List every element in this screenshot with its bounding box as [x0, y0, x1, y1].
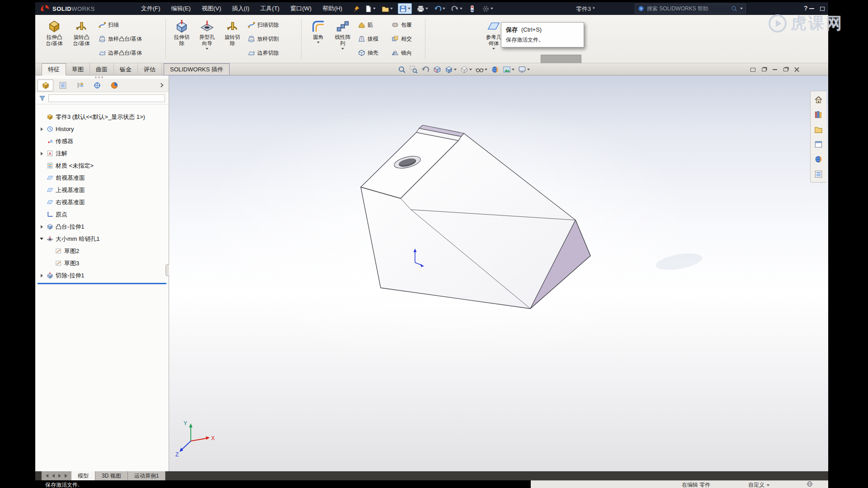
linear-pattern-button[interactable]: 线性阵列 [330, 17, 355, 61]
expand-arrow-icon[interactable] [41, 225, 43, 229]
lofted-cut-button[interactable]: 放样切割 [248, 33, 279, 45]
tab-surfaces[interactable]: 曲面 [90, 63, 114, 75]
search-icon[interactable] [731, 5, 737, 12]
help-button[interactable]: ? [804, 5, 808, 12]
menu-help[interactable]: 帮助(H) [317, 2, 348, 15]
design-library-tab[interactable] [813, 109, 825, 120]
graphics-viewport[interactable]: Y X Z [169, 75, 828, 471]
menu-view[interactable]: 视图(V) [196, 2, 226, 15]
feature-manager-tab[interactable] [38, 80, 53, 91]
expand-arrow-icon[interactable] [41, 274, 43, 277]
reference-geometry-caret-icon[interactable] [492, 48, 495, 50]
display-manager-tab[interactable] [106, 80, 122, 91]
dimxpert-manager-tab[interactable] [89, 80, 105, 91]
home-tab[interactable] [813, 94, 825, 105]
tree-item-sensors[interactable]: 传感器 [35, 135, 169, 147]
view-palette-tab[interactable] [813, 139, 825, 150]
zoom-to-area-button[interactable] [410, 66, 418, 74]
mirror-button[interactable]: 镜向 [392, 47, 412, 59]
rib-button[interactable]: 筋 [358, 19, 373, 31]
expand-arrow-icon[interactable] [41, 152, 43, 155]
boundary-cut-button[interactable]: 边界切除 [248, 47, 279, 59]
rebuild-button[interactable] [467, 3, 477, 14]
draft-button[interactable]: 拔模 [358, 33, 378, 45]
tree-item-material[interactable]: 材质 <未指定> [35, 160, 169, 172]
property-manager-tab[interactable] [55, 80, 71, 91]
tree-item-boss-extrude1[interactable]: 凸台-拉伸1 [35, 221, 169, 233]
configuration-manager-tab[interactable] [72, 80, 88, 91]
edit-appearance-button[interactable] [491, 66, 499, 74]
linear-pattern-caret-icon[interactable] [341, 48, 344, 50]
open-document-button[interactable] [381, 3, 394, 14]
undo-button[interactable] [433, 3, 446, 14]
previous-view-button[interactable] [421, 66, 429, 74]
hole-wizard-caret-icon[interactable] [206, 48, 208, 50]
revolved-boss-button[interactable]: 旋转凸台/基体 [69, 17, 94, 61]
menu-insert[interactable]: 插入(I) [226, 2, 255, 15]
first-tab-arrow-icon[interactable] [46, 474, 48, 478]
apply-scene-button[interactable] [503, 66, 514, 74]
tree-item-front-plane[interactable]: 前视基准面 [35, 172, 169, 184]
save-button[interactable] [398, 3, 412, 14]
file-explorer-tab[interactable] [813, 124, 825, 135]
custom-properties-tab[interactable] [813, 169, 825, 179]
3d-views-tab[interactable]: 3D 视图 [95, 471, 128, 480]
menu-window[interactable]: 窗口(W) [285, 2, 317, 15]
view-settings-button[interactable] [518, 66, 530, 74]
print-button[interactable] [416, 3, 429, 14]
tab-sketch[interactable]: 草图 [66, 63, 90, 75]
new-document-button[interactable] [363, 3, 377, 14]
customize-status-button[interactable]: 自定义 [748, 481, 769, 488]
maximize-window-icon[interactable] [820, 7, 825, 11]
tab-sheet-metal[interactable]: 钣金 [114, 63, 138, 75]
swept-cut-button[interactable]: 扫描切除 [248, 19, 279, 31]
fillet-caret-icon[interactable] [317, 42, 320, 43]
help-search-box[interactable]: 搜索 SOLIDWORKS 帮助 [635, 4, 746, 14]
fillet-button[interactable]: 圆角 [306, 17, 331, 61]
minimize-window-icon[interactable] [809, 8, 814, 9]
tree-item-sketch3[interactable]: 草图3 [35, 257, 169, 269]
display-style-button[interactable] [460, 66, 472, 74]
tab-evaluate[interactable]: 评估 [138, 63, 162, 75]
shell-button[interactable]: 抽壳 [358, 47, 378, 59]
tree-item-origin[interactable]: 原点 [35, 208, 169, 221]
tree-filter-input[interactable] [48, 94, 165, 102]
previous-tab-arrow-icon[interactable] [52, 474, 55, 478]
intersect-button[interactable]: 相交 [392, 33, 412, 45]
menu-file[interactable]: 文件(F) [136, 2, 166, 15]
menu-tools[interactable]: 工具(T) [255, 2, 285, 15]
pin-menu-icon[interactable] [348, 2, 365, 15]
section-view-button[interactable] [433, 66, 441, 74]
doc-restore-icon[interactable] [783, 68, 788, 71]
tree-root-part[interactable]: 零件3 (默认<<默认>_显示状态 1>) [35, 111, 169, 123]
options-button[interactable] [481, 3, 494, 14]
tree-item-hole1[interactable]: 大小mm 暗销孔1 [35, 233, 169, 245]
rollback-bar[interactable] [38, 283, 166, 284]
menu-edit[interactable]: 编辑(E) [166, 2, 196, 15]
wrap-button[interactable]: 包覆 [392, 19, 412, 31]
tree-item-sketch2[interactable]: 草图2 [35, 245, 169, 257]
tab-features[interactable]: 特征 [42, 63, 66, 75]
revolved-cut-button[interactable]: 旋转切除 [220, 17, 245, 61]
tree-item-right-plane[interactable]: 右视基准面 [35, 196, 169, 208]
panel-expand-chevron-icon[interactable] [159, 83, 164, 88]
search-scope-caret-icon[interactable] [740, 8, 743, 9]
doc-cascade-icon[interactable] [762, 68, 766, 71]
extruded-cut-button[interactable]: 拉伸切除 [169, 17, 194, 61]
boundary-boss-button[interactable]: 边界凸台/基体 [99, 47, 142, 59]
swept-boss-button[interactable]: 扫描 [99, 19, 119, 31]
panel-splitter-dots[interactable] [95, 76, 108, 78]
zoom-to-fit-button[interactable] [398, 66, 406, 74]
view-orientation-button[interactable] [445, 66, 457, 74]
doc-close-icon[interactable] [794, 67, 799, 72]
hide-show-items-button[interactable] [476, 66, 487, 74]
collapse-arrow-icon[interactable] [40, 238, 43, 240]
doc-minimize-icon[interactable] [773, 69, 777, 70]
hole-wizard-button[interactable]: 异型孔向导 [194, 17, 220, 61]
model-tab[interactable]: 模型 [71, 471, 95, 480]
tree-item-top-plane[interactable]: 上视基准面 [35, 184, 169, 196]
tree-item-annotations[interactable]: 注解 [35, 147, 169, 160]
tab-solidworks-addins[interactable]: SOLIDWORKS 插件 [164, 63, 230, 75]
motion-study-tab[interactable]: 运动算例1 [128, 471, 166, 480]
extruded-boss-button[interactable]: 拉伸凸台/基体 [42, 17, 67, 61]
